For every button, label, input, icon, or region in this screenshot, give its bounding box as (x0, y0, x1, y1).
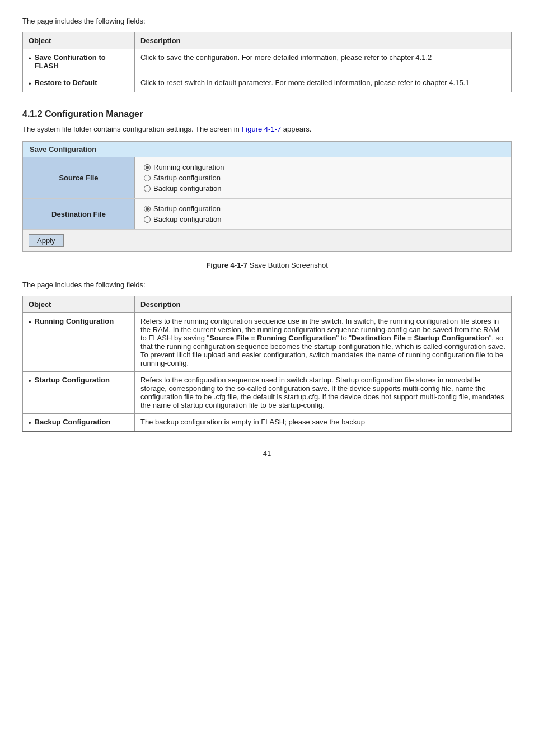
bullet-dot: • (29, 318, 31, 326)
table2-col1-header: Object (23, 296, 135, 313)
table2-row1-desc: Refers to the running configuration sequ… (135, 313, 512, 372)
table2-row3-desc: The backup configuration is empty in FLA… (135, 414, 512, 432)
radio-running-config-icon[interactable] (144, 164, 151, 171)
page-number: 41 (22, 449, 512, 458)
radio-startup-config-icon[interactable] (144, 175, 151, 181)
source-file-label: Source File (23, 157, 135, 198)
bullet-dot: • (29, 54, 31, 63)
table2-row1-obj: • Running Configuration (23, 313, 135, 372)
source-startup-label: Startup configuration (153, 174, 221, 182)
table2-row1-obj-text: Running Configuration (35, 317, 114, 325)
table1-row1-obj-text: Save Confiuration to FLASH (35, 53, 106, 70)
figure-label: Figure 4-1-7 (206, 261, 247, 269)
bullet-dot: • (29, 377, 31, 385)
table1-row2-desc: Click to reset switch in default paramet… (135, 74, 512, 92)
dest-startup-config[interactable]: Startup configuration (144, 204, 221, 213)
intro-text-2: The page includes the following fields: (22, 281, 512, 289)
apply-row: Apply (23, 229, 511, 251)
table1-col1-header: Object (23, 32, 135, 49)
dest-backup-config[interactable]: Backup configuration (144, 215, 221, 223)
table2-row2-obj: • Startup Configuration (23, 372, 135, 414)
table1-row2-obj: • Restore to Default (23, 74, 135, 92)
table2-row2-obj-text: Startup Configuration (35, 376, 110, 384)
section-intro: The system file folder contains configur… (22, 125, 512, 133)
table1-row1-desc: Click to save the configuration. For mor… (135, 49, 512, 74)
info-table-2: Object Description • Running Configurati… (22, 296, 512, 432)
table-row: • Save Confiuration to FLASH Click to sa… (23, 49, 512, 74)
radio-dest-startup-icon[interactable] (144, 206, 151, 212)
source-file-options: Running configuration Startup configurat… (135, 157, 233, 198)
info-table-1: Object Description • Save Confiuration t… (22, 32, 512, 92)
bullet-dot: • (29, 80, 31, 88)
section-heading: 4.1.2 Configuration Manager (22, 109, 512, 119)
source-file-row: Source File Running configuration Startu… (23, 157, 511, 199)
dest-file-options: Startup configuration Backup configurati… (135, 199, 230, 229)
figure-link[interactable]: Figure 4-1-7 (241, 125, 281, 133)
inline-bold-1: Source File = Running Configuration (209, 334, 336, 342)
dest-backup-label: Backup configuration (153, 215, 221, 223)
dest-file-row: Destination File Startup configuration B… (23, 199, 511, 229)
save-config-title: Save Configuration (23, 142, 511, 157)
table2-col2-header: Description (135, 296, 512, 313)
figure-caption-text: Save Button Screenshot (250, 261, 328, 269)
table2-row3-obj-text: Backup Configuration (35, 418, 111, 426)
table2-row3-obj: • Backup Configuration (23, 414, 135, 432)
table-row: • Restore to Default Click to reset swit… (23, 74, 512, 92)
source-running-label: Running configuration (153, 163, 224, 171)
inline-bold-2: Destination File = Startup Configuration (352, 334, 489, 342)
save-config-body: Source File Running configuration Startu… (23, 157, 511, 229)
source-backup-label: Backup configuration (153, 184, 221, 193)
table1-col2-header: Description (135, 32, 512, 49)
source-backup-config[interactable]: Backup configuration (144, 184, 224, 193)
radio-backup-config-icon[interactable] (144, 185, 151, 192)
source-running-config[interactable]: Running configuration (144, 163, 224, 171)
dest-startup-label: Startup configuration (153, 204, 221, 213)
table1-row2-obj-text: Restore to Default (35, 78, 97, 87)
dest-file-label: Destination File (23, 199, 135, 229)
bullet-dot: • (29, 419, 31, 427)
table-row: • Startup Configuration Refers to the co… (23, 372, 512, 414)
figure-caption: Figure 4-1-7 Save Button Screenshot (22, 261, 512, 269)
apply-button[interactable]: Apply (29, 234, 64, 247)
table2-row2-desc: Refers to the configuration sequence use… (135, 372, 512, 414)
intro-text-1: The page includes the following fields: (22, 17, 512, 25)
table-row: • Running Configuration Refers to the ru… (23, 313, 512, 372)
save-config-box: Save Configuration Source File Running c… (22, 141, 512, 252)
table-row: • Backup Configuration The backup config… (23, 414, 512, 432)
source-startup-config[interactable]: Startup configuration (144, 174, 224, 182)
table1-row1-obj: • Save Confiuration to FLASH (23, 49, 135, 74)
radio-dest-backup-icon[interactable] (144, 216, 151, 223)
